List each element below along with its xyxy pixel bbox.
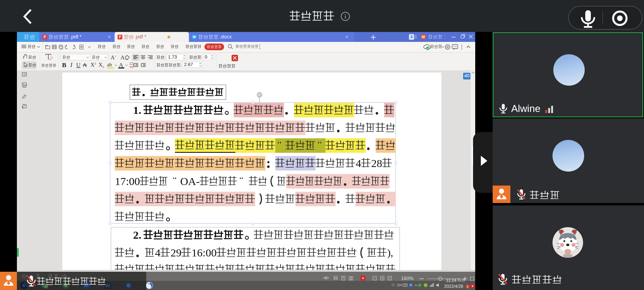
svg-text:CH: CH (397, 283, 402, 287)
svg-text:?: ? (410, 284, 412, 287)
